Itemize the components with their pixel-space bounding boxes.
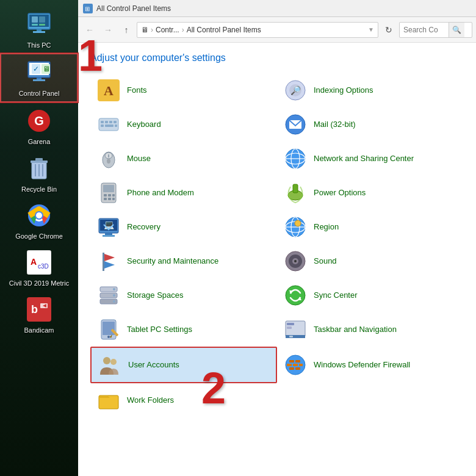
sound-icon (283, 249, 308, 273)
svg-rect-66 (108, 198, 111, 200)
this-pc-label: This PC (27, 41, 51, 49)
svg-rect-111 (287, 364, 292, 366)
desktop-icon-recycle-bin[interactable]: Recycle Bin (0, 150, 78, 197)
tablet-label: Tablet PC Settings (127, 325, 192, 335)
svg-rect-97 (103, 322, 115, 335)
security-icon (96, 249, 121, 273)
desktop-icon-garena[interactable]: G Garena (0, 103, 78, 150)
svg-rect-114 (289, 367, 294, 370)
cp-item-work-folders[interactable]: Work Folders (90, 383, 277, 417)
mouse-label: Mouse (127, 154, 151, 164)
svg-rect-47 (101, 124, 104, 127)
svg-rect-115 (295, 367, 300, 370)
cp-item-recovery[interactable]: 💻 Recovery (90, 210, 277, 244)
cp-item-sync[interactable]: Sync Center (277, 278, 464, 312)
search-input[interactable] (400, 23, 449, 37)
mail-icon (283, 112, 308, 137)
cp-item-security[interactable]: Security and Maintenance (90, 244, 277, 278)
search-button[interactable]: 🔍 (449, 22, 464, 38)
svg-rect-7 (33, 31, 45, 33)
title-bar: ⊞ All Control Panel Items (78, 0, 476, 17)
cp-item-network[interactable]: Network and Sharing Center (277, 142, 464, 176)
cp-item-user-accounts[interactable]: User Accounts (90, 347, 277, 383)
region-icon (283, 215, 308, 239)
back-button[interactable]: ← (82, 22, 98, 38)
cp-item-sound[interactable]: Sound (277, 244, 464, 278)
svg-rect-105 (289, 336, 293, 337)
svg-text:A: A (31, 257, 37, 267)
cp-item-defender[interactable]: Windows Defender Firewall (277, 347, 464, 383)
search-box[interactable]: 🔍 (399, 22, 472, 38)
nav-bar: ← → ↑ 🖥 › Contr... › All Control Panel I… (78, 17, 476, 43)
svg-rect-110 (295, 360, 300, 362)
mouse-icon (96, 146, 121, 171)
svg-point-55 (107, 159, 110, 164)
address-bar-part1: Contr... (156, 26, 179, 34)
svg-point-90 (113, 288, 115, 290)
refresh-button[interactable]: ↻ (381, 22, 397, 38)
network-label: Network and Sharing Center (314, 154, 414, 164)
security-label: Security and Maintenance (127, 256, 218, 267)
recovery-label: Recovery (127, 222, 160, 233)
work-folders-icon (96, 388, 121, 413)
work-folders-label: Work Folders (127, 395, 174, 406)
svg-rect-67 (112, 198, 115, 200)
svg-rect-2 (32, 16, 38, 23)
svg-rect-109 (289, 360, 294, 362)
items-grid: A Fonts 🔎 Indexing Options (90, 73, 464, 417)
cp-item-taskbar[interactable]: Taskbar and Navigation (277, 312, 464, 347)
svg-text:🔎: 🔎 (290, 85, 301, 96)
desktop-icon-chrome[interactable]: Google Chrome (0, 197, 78, 244)
svg-rect-113 (299, 364, 303, 366)
chrome-icon (24, 201, 54, 230)
svg-rect-102 (286, 335, 305, 338)
desktop-icon-this-pc[interactable]: This PC (0, 6, 78, 53)
svg-text:c3D: c3D (38, 263, 49, 270)
keyboard-label: Keyboard (127, 120, 161, 130)
cp-item-region[interactable]: Region (277, 210, 464, 244)
svg-text:🖥: 🖥 (43, 65, 50, 73)
mail-label: Mail (32-bit) (314, 120, 356, 130)
tablet-icon (96, 317, 121, 342)
address-bar[interactable]: 🖥 › Contr... › All Control Panel Items ▼ (137, 22, 378, 38)
control-panel-icon: ✓ 🖥 (24, 58, 54, 87)
up-button[interactable]: ↑ (118, 22, 134, 38)
cp-item-storage[interactable]: Storage Spaces (90, 278, 277, 312)
taskbar-label: Taskbar and Navigation (314, 325, 397, 335)
phone-modem-label: Phone and Modem (127, 188, 194, 198)
svg-rect-103 (287, 323, 294, 325)
svg-rect-62 (104, 194, 107, 197)
cp-item-indexing[interactable]: 🔎 Indexing Options (277, 73, 464, 107)
svg-rect-31 (27, 297, 51, 322)
user-accounts-label: User Accounts (128, 360, 179, 370)
cp-item-keyboard[interactable]: Keyboard (90, 107, 277, 142)
desktop-icon-civil3d[interactable]: A c3D Civil 3D 2019 Metric (0, 244, 78, 291)
svg-rect-45 (109, 121, 112, 123)
svg-rect-61 (103, 185, 114, 192)
cp-item-mouse[interactable]: Mouse (90, 142, 277, 176)
user-accounts-icon (98, 353, 122, 377)
cp-item-power[interactable]: Power Options (277, 176, 464, 210)
title-bar-icon: ⊞ (83, 4, 93, 13)
desktop-icon-control-panel[interactable]: ✓ 🖥 Control Panel (0, 53, 78, 103)
recycle-bin-icon (24, 154, 54, 183)
bandicam-icon: b (24, 295, 54, 324)
fonts-label: Fonts (127, 85, 147, 96)
desktop-icon-bandicam[interactable]: b Bandicam (0, 291, 78, 338)
sound-label: Sound (314, 256, 337, 267)
cp-item-tablet[interactable]: Tablet PC Settings (90, 312, 277, 347)
svg-point-93 (286, 286, 305, 305)
svg-rect-48 (105, 124, 114, 127)
cp-item-mail[interactable]: Mail (32-bit) (277, 107, 464, 142)
cp-item-phone-modem[interactable]: Phone and Modem (90, 176, 277, 210)
forward-button[interactable]: → (100, 22, 116, 38)
svg-point-98 (107, 336, 110, 338)
svg-rect-15 (33, 79, 45, 81)
keyboard-icon (96, 112, 121, 137)
civil3d-label: Civil 3D 2019 Metric (9, 279, 69, 287)
storage-icon (96, 283, 121, 308)
cp-item-fonts[interactable]: A Fonts (90, 73, 277, 107)
svg-point-107 (110, 359, 117, 365)
content-area: Adjust your computer's settings A Fonts (78, 43, 476, 476)
address-bar-icon: 🖥 (141, 26, 148, 34)
